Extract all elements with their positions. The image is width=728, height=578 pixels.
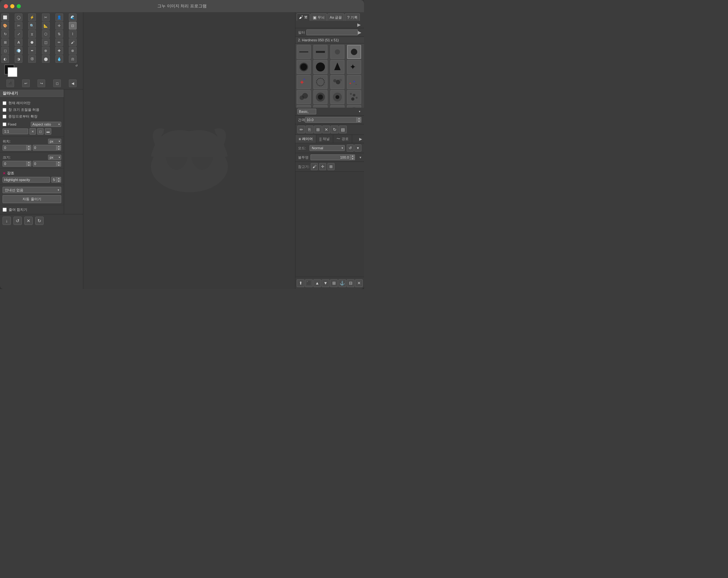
- brush-item[interactable]: [297, 60, 311, 74]
- minimize-button[interactable]: [10, 4, 15, 8]
- right-panel-expand-btn[interactable]: ▶: [355, 22, 363, 28]
- brush-item[interactable]: [297, 105, 311, 108]
- opacity-down[interactable]: ▼: [350, 158, 355, 160]
- brush-item[interactable]: [313, 105, 328, 108]
- layers-expand-btn[interactable]: ▶: [357, 135, 364, 143]
- brush-category-select[interactable]: Basic, Legacy Sketching: [297, 109, 316, 114]
- heal-tool[interactable]: ✚: [55, 47, 63, 54]
- brush-item[interactable]: [313, 75, 328, 89]
- brush-item[interactable]: [330, 75, 344, 89]
- foreground-select-tool[interactable]: 👤: [55, 14, 63, 21]
- by-color-tool[interactable]: 🎨: [1, 22, 9, 29]
- brush-item[interactable]: [313, 45, 328, 59]
- position-unit-select[interactable]: px mm cm in: [48, 139, 61, 144]
- ratio-landscape-btn[interactable]: ▬: [45, 128, 51, 135]
- paintbrush-tool[interactable]: 🖌: [69, 38, 77, 46]
- mode-select[interactable]: Normal Multiply Screen Overlay: [310, 145, 345, 151]
- tool-dialog-btn[interactable]: ◻: [53, 79, 61, 87]
- anchor-layer-btn[interactable]: ⚓: [338, 280, 346, 287]
- pos-y-down[interactable]: ▼: [56, 148, 61, 151]
- scale-tool[interactable]: ⤢: [15, 30, 22, 38]
- brush-delete-btn[interactable]: ✕: [322, 126, 330, 133]
- ellipse-select-tool[interactable]: ◯: [15, 14, 22, 21]
- flip-tool[interactable]: ⇅: [55, 30, 63, 38]
- size-h-down[interactable]: ▼: [56, 164, 61, 167]
- brush-item[interactable]: [330, 90, 344, 104]
- brush-item[interactable]: [297, 45, 311, 59]
- clone-tool[interactable]: ⊕: [42, 47, 50, 54]
- brushes-arrow[interactable]: ▶: [358, 30, 361, 35]
- canvas-area[interactable]: [83, 12, 295, 289]
- color-picker-tool[interactable]: 💧: [55, 55, 63, 63]
- scissors-select-tool[interactable]: ✂: [42, 14, 50, 21]
- brush-item[interactable]: ✦ ✦ +: [347, 75, 361, 89]
- undo-btn-small[interactable]: ↩: [22, 79, 30, 87]
- highlight-val-up[interactable]: ▲: [56, 177, 61, 180]
- opacity-input[interactable]: [311, 154, 355, 160]
- brush-item[interactable]: [330, 60, 344, 74]
- restore-btn[interactable]: ↻: [35, 217, 44, 225]
- highlight-name-input[interactable]: [3, 177, 50, 183]
- layers-tab[interactable]: ≡ 레이어: [295, 135, 316, 143]
- color-balance-tool[interactable]: ⚖: [69, 55, 77, 63]
- measure-tool[interactable]: 📐: [42, 22, 50, 29]
- paintbrush-ref-btn[interactable]: 🖌: [311, 163, 318, 170]
- aspect-ratio-select[interactable]: Aspect ratio Size Width Height: [31, 122, 61, 127]
- zoom-tool[interactable]: 🔍: [28, 22, 36, 29]
- size-h-up[interactable]: ▲: [56, 161, 61, 164]
- brush-copy-btn[interactable]: ⎘: [306, 126, 313, 133]
- opacity-up[interactable]: ▲: [350, 154, 355, 158]
- brushes-filter-input[interactable]: [306, 29, 358, 35]
- close-button[interactable]: [4, 4, 8, 8]
- lower-layer-btn[interactable]: ▼: [322, 280, 330, 287]
- ratio-portrait-btn[interactable]: ◻: [37, 128, 44, 135]
- brush-item[interactable]: [347, 90, 361, 104]
- brush-item[interactable]: ✦: [347, 60, 361, 74]
- lock-alpha-btn[interactable]: ↺: [347, 144, 354, 152]
- highlight-val-down[interactable]: ▼: [56, 180, 61, 183]
- expand-center-checkbox[interactable]: [3, 115, 6, 119]
- raise-layer-btn[interactable]: ▲: [313, 280, 321, 287]
- fonts-tab[interactable]: Aa 글꼴: [328, 14, 344, 21]
- history-tab[interactable]: ? 기록: [345, 14, 360, 21]
- delete-layer-btn[interactable]: ✕: [355, 280, 363, 287]
- patterns-tab[interactable]: ▣ 무늬: [311, 14, 327, 21]
- perspective-tool[interactable]: ⬡: [42, 30, 50, 38]
- highlight-toggle[interactable]: ✕: [3, 171, 6, 176]
- foreground-color-swatch[interactable]: [8, 67, 17, 77]
- brush-item-selected[interactable]: [347, 45, 361, 59]
- crop-tool[interactable]: ⊡: [69, 22, 77, 29]
- expand-tool-opts-btn[interactable]: ◀: [69, 79, 77, 87]
- brush-edit-btn[interactable]: ✏: [297, 126, 305, 133]
- blur-tool[interactable]: ◐: [1, 55, 9, 63]
- blend-tool[interactable]: ◫: [42, 38, 50, 46]
- iscissors-tool[interactable]: ✄: [15, 22, 22, 29]
- brush-item[interactable]: [330, 105, 344, 108]
- fuzzy-select-tool[interactable]: 🌊: [69, 14, 77, 21]
- current-layer-checkbox[interactable]: [3, 101, 6, 105]
- brush-item[interactable]: ✦ +: [297, 75, 311, 89]
- perspective-clone-tool[interactable]: ⊗: [69, 47, 77, 54]
- tool-preset-btn[interactable]: ⬛: [6, 79, 14, 87]
- pattern-ref-btn[interactable]: ⊞: [328, 163, 335, 170]
- brush-item[interactable]: [313, 90, 328, 104]
- brush-item[interactable]: [313, 60, 328, 74]
- free-select-tool[interactable]: ⚡: [28, 14, 36, 21]
- duplicate-layer-btn[interactable]: ⊞: [330, 280, 338, 287]
- brushes-tab[interactable]: 🖌 붓: [297, 14, 310, 21]
- redo-btn-small[interactable]: ↪: [37, 79, 45, 87]
- fixed-checkbox[interactable]: [3, 123, 6, 126]
- delete-btn[interactable]: ✕: [24, 217, 33, 225]
- color-replace-tool[interactable]: ⬤: [42, 55, 50, 63]
- pos-x-up[interactable]: ▲: [26, 145, 31, 148]
- size-unit-select[interactable]: px mm cm in: [48, 155, 61, 160]
- size-w-down[interactable]: ▼: [26, 164, 31, 167]
- guides-select[interactable]: 안내선 없음 Center lines Rule of thirds Diago…: [3, 187, 61, 193]
- spacing-down[interactable]: ▼: [356, 120, 361, 123]
- brush-item[interactable]: [347, 105, 361, 108]
- rotate-tool[interactable]: ↻: [1, 30, 9, 38]
- dodge-burn-tool[interactable]: ◑: [15, 55, 22, 63]
- ratio-input[interactable]: [3, 129, 28, 134]
- mode-extra-btn[interactable]: ▾: [355, 144, 361, 152]
- text-tool[interactable]: A: [15, 38, 22, 46]
